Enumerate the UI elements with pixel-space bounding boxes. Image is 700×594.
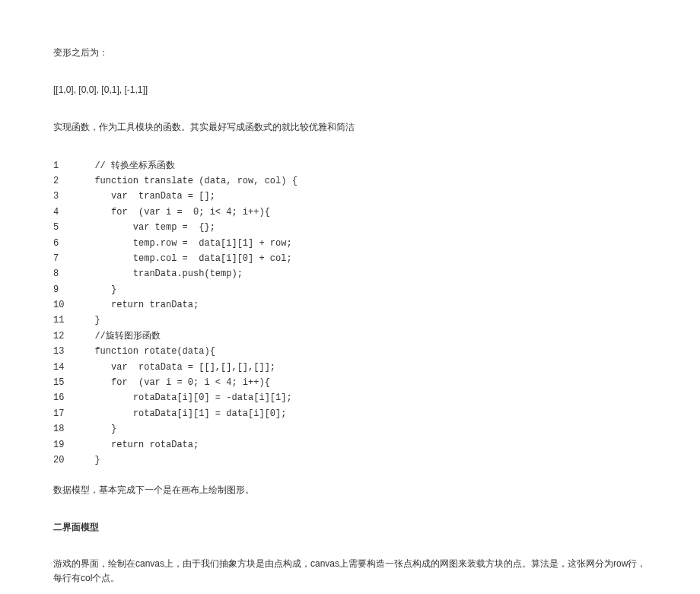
line-number: 18: [53, 421, 84, 437]
code-content: }: [84, 421, 116, 437]
code-line: 1 // 转换坐标系函数: [53, 158, 647, 173]
code-line: 13 function rotate(data){: [53, 344, 647, 359]
code-line: 9 }: [53, 282, 647, 297]
line-number: 19: [53, 437, 84, 453]
paragraph-array-value: [[1,0], [0,0], [0,1], [-1,1]]: [53, 83, 647, 97]
code-line: 16 rotaData[i][0] = -data[i][1];: [53, 390, 647, 405]
code-line: 11 }: [53, 313, 647, 328]
code-content: var tranData = [];: [84, 189, 215, 204]
code-content: // 转换坐标系函数: [84, 158, 175, 173]
code-line: 10 return tranData;: [53, 297, 647, 313]
code-line: 14 var rotaData = [[],[],[],[]];: [53, 360, 647, 375]
code-content: temp.col = data[i][0] + col;: [84, 251, 292, 266]
code-content: for (var i = 0; i< 4; i++){: [84, 205, 270, 220]
paragraph-data-model: 数据模型，基本完成下一个是在画布上绘制图形。: [53, 483, 647, 497]
line-number: 5: [53, 220, 84, 235]
code-content: tranData.push(temp);: [84, 266, 243, 281]
code-line: 18 }: [53, 421, 647, 437]
code-line: 20 }: [53, 453, 647, 468]
code-line: 7 temp.col = data[i][0] + col;: [53, 251, 647, 266]
code-line: 19 return rotaData;: [53, 437, 647, 453]
code-content: //旋转图形函数: [84, 329, 161, 344]
code-content: temp.row = data[i][1] + row;: [84, 236, 292, 251]
code-line: 8 tranData.push(temp);: [53, 266, 647, 281]
line-number: 15: [53, 375, 84, 390]
code-line: 3 var tranData = [];: [53, 189, 647, 204]
line-number: 4: [53, 205, 84, 220]
code-content: return tranData;: [84, 297, 199, 313]
line-number: 2: [53, 173, 84, 189]
line-number: 9: [53, 282, 84, 297]
code-content: }: [84, 282, 116, 297]
code-content: function translate (data, row, col) {: [84, 173, 298, 189]
line-number: 1: [53, 158, 84, 173]
line-number: 13: [53, 344, 84, 359]
code-line: 12 //旋转图形函数: [53, 329, 647, 344]
paragraph-canvas-desc: 游戏的界面，绘制在canvas上，由于我们抽象方块是由点构成，canvas上需要…: [53, 557, 647, 586]
code-content: rotaData[i][1] = data[i][0];: [84, 406, 286, 421]
line-number: 11: [53, 313, 84, 328]
code-content: rotaData[i][0] = -data[i][1];: [84, 390, 292, 405]
line-number: 3: [53, 189, 84, 204]
line-number: 14: [53, 360, 84, 375]
line-number: 6: [53, 236, 84, 251]
code-line: 6 temp.row = data[i][1] + row;: [53, 236, 647, 251]
code-line: 17 rotaData[i][1] = data[i][0];: [53, 406, 647, 421]
line-number: 8: [53, 266, 84, 281]
section-title-interface: 二界面模型: [53, 521, 647, 534]
line-number: 16: [53, 390, 84, 405]
code-content: }: [84, 313, 100, 328]
line-number: 12: [53, 329, 84, 344]
line-number: 7: [53, 251, 84, 266]
code-content: function rotate(data){: [84, 344, 215, 359]
code-content: var temp = {};: [84, 220, 215, 235]
code-content: var rotaData = [[],[],[],[]];: [84, 360, 275, 375]
code-block-translate-rotate: 1 // 转换坐标系函数2 function translate (data, …: [53, 158, 647, 469]
code-content: return rotaData;: [84, 437, 199, 453]
code-content: for (var i = 0; i < 4; i++){: [84, 375, 270, 390]
paragraph-function-desc: 实现函数，作为工具模块的函数。其实最好写成函数式的就比较优雅和简洁: [53, 120, 647, 135]
line-number: 17: [53, 406, 84, 421]
code-line: 2 function translate (data, row, col) {: [53, 173, 647, 189]
code-line: 5 var temp = {};: [53, 220, 647, 235]
code-line: 15 for (var i = 0; i < 4; i++){: [53, 375, 647, 390]
code-line: 4 for (var i = 0; i< 4; i++){: [53, 205, 647, 220]
line-number: 20: [53, 453, 84, 468]
code-content: }: [84, 453, 100, 468]
line-number: 10: [53, 297, 84, 313]
paragraph-transform-after: 变形之后为：: [53, 46, 647, 60]
